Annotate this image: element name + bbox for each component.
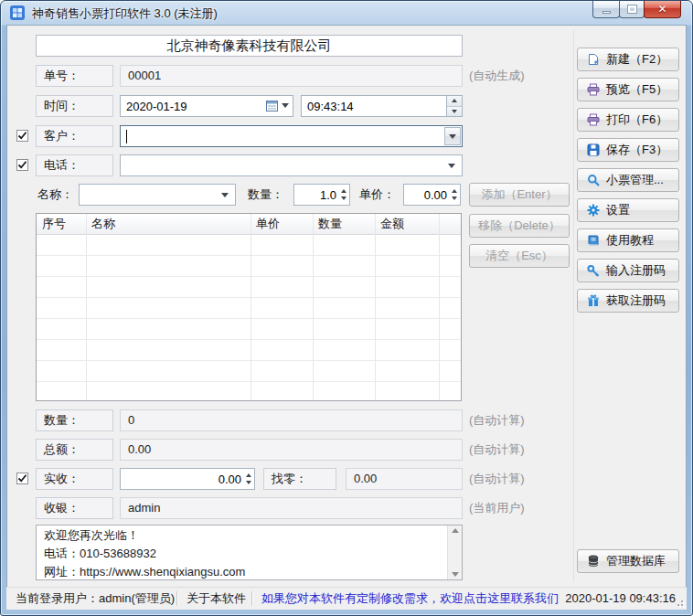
- manage-database-button[interactable]: 管理数据库: [577, 549, 679, 573]
- tutorial-button[interactable]: 使用教程: [577, 228, 679, 252]
- cashier-label: 收银：: [36, 497, 113, 519]
- customer-input[interactable]: [121, 126, 462, 146]
- statusbar-divider: [251, 591, 253, 606]
- clear-items-button[interactable]: 清空（Esc）: [469, 244, 570, 268]
- button-label: 保存（F3）: [606, 142, 667, 158]
- calendar-dropdown-button[interactable]: [266, 100, 289, 112]
- enter-license-button[interactable]: 输入注册码: [577, 259, 679, 282]
- app-icon: [10, 5, 25, 20]
- get-license-button[interactable]: 获取注册码: [577, 289, 679, 313]
- resize-grip[interactable]: [674, 597, 685, 608]
- change-label: 找零：: [263, 468, 336, 490]
- status-bar: 当前登录用户：admin(管理员) 关于本软件 如果您对本软件有定制修改需求，欢…: [6, 587, 687, 610]
- change-value: 0.00: [346, 468, 463, 490]
- spinner-up-icon[interactable]: [246, 473, 251, 477]
- minimize-icon: [602, 11, 611, 14]
- customer-combobox: [120, 125, 463, 147]
- order-no-label: 单号：: [36, 65, 113, 87]
- spinner-down-icon[interactable]: [246, 481, 251, 484]
- button-label: 管理数据库: [606, 553, 666, 569]
- new-document-icon: [587, 53, 600, 66]
- time-input[interactable]: [302, 96, 462, 116]
- receipt-table-body[interactable]: [37, 235, 461, 400]
- sidebar-divider: [573, 30, 574, 582]
- new-receipt-button[interactable]: 新建（F2）: [577, 48, 679, 71]
- item-name-combobox: [79, 184, 236, 206]
- spinner-down-icon[interactable]: [452, 196, 457, 200]
- company-name-field[interactable]: 北京神奇像素科技有限公司: [36, 35, 463, 57]
- button-label: 小票管理...: [606, 172, 664, 188]
- phone-input[interactable]: [121, 155, 462, 175]
- time-label: 时间：: [36, 95, 113, 117]
- table-column-divider: [251, 214, 251, 400]
- column-header-amount: 金额: [375, 214, 439, 235]
- phone-combobox: [120, 154, 463, 176]
- preview-button[interactable]: 预览（F5）: [577, 78, 679, 101]
- receipt-footer-memo[interactable]: 欢迎您再次光临！ 电话：010-53688932 网址：https://www.…: [36, 525, 463, 580]
- printer-icon: [587, 113, 600, 126]
- column-header-name: 名称: [86, 214, 251, 235]
- spinner-down-icon[interactable]: [341, 196, 346, 200]
- total-amount-value: 0.00: [120, 439, 463, 461]
- total-qty-note: (自动计算): [469, 409, 525, 431]
- paid-stepper: [120, 468, 255, 490]
- paid-checkbox[interactable]: [16, 473, 28, 484]
- quantity-stepper: [293, 184, 350, 206]
- book-icon: [587, 234, 600, 247]
- price-stepper: [403, 184, 461, 206]
- paid-spinner: [246, 469, 251, 489]
- print-button[interactable]: 打印（F6）: [577, 108, 679, 132]
- remove-item-button[interactable]: 移除（Delete）: [469, 214, 570, 238]
- button-label: 设置: [606, 202, 630, 218]
- calendar-icon: [266, 100, 278, 112]
- gift-icon: [587, 294, 600, 307]
- key-icon: [587, 264, 600, 277]
- total-qty-label: 数量：: [36, 409, 113, 431]
- table-column-divider: [439, 214, 440, 400]
- spinner-up-button[interactable]: [447, 96, 462, 107]
- receipt-manager-button[interactable]: 小票管理...: [577, 168, 679, 192]
- table-header: 序号 名称 单价 数量 金额: [37, 214, 461, 235]
- save-button[interactable]: 保存（F3）: [577, 138, 679, 162]
- phone-checkbox[interactable]: [16, 159, 28, 171]
- receipt-items-table: 序号 名称 单价 数量 金额: [36, 213, 462, 401]
- spinner-up-icon[interactable]: [341, 189, 346, 193]
- spinner-up-icon[interactable]: [452, 189, 457, 193]
- item-qty-label: 数量：: [248, 184, 283, 206]
- search-icon: [587, 174, 600, 186]
- item-name-input[interactable]: [80, 185, 235, 205]
- button-label: 使用教程: [606, 232, 654, 249]
- spinner-down-button[interactable]: [447, 107, 462, 117]
- print-preview-icon: [587, 83, 600, 96]
- chevron-down-icon: [449, 134, 456, 139]
- chevron-down-icon: [282, 103, 289, 108]
- total-qty-value: 0: [120, 409, 463, 431]
- item-price-label: 单价：: [359, 184, 395, 206]
- cashier-value: admin: [120, 497, 463, 519]
- customer-dropdown-button[interactable]: [444, 127, 461, 145]
- memo-scrollbar[interactable]: [447, 526, 462, 579]
- settings-button[interactable]: 设置: [577, 198, 679, 222]
- date-picker: [120, 95, 293, 117]
- time-spinner: [446, 96, 462, 116]
- statusbar-divider: [176, 591, 178, 606]
- scroll-up-icon[interactable]: [452, 528, 459, 533]
- button-label: 输入注册码: [606, 262, 666, 279]
- window-controls: ✕: [593, 1, 681, 18]
- minimize-button[interactable]: [592, 1, 620, 18]
- chevron-down-icon[interactable]: [221, 193, 229, 197]
- customer-checkbox[interactable]: [16, 130, 28, 142]
- table-column-divider: [86, 214, 87, 400]
- chevron-down-icon[interactable]: [448, 164, 455, 168]
- contact-us-link[interactable]: 如果您对本软件有定制修改需求，欢迎点击这里联系我们: [261, 588, 559, 610]
- memo-line: 欢迎您再次光临！: [37, 526, 462, 544]
- about-link[interactable]: 关于本软件: [187, 588, 246, 610]
- spinner-up-icon: [452, 99, 457, 102]
- close-button[interactable]: ✕: [644, 1, 681, 18]
- memo-line: 电话：010-53688932: [37, 544, 462, 562]
- maximize-button[interactable]: [619, 1, 645, 18]
- column-header-price: 单价: [251, 214, 313, 235]
- scroll-down-icon[interactable]: [452, 572, 459, 577]
- paid-input[interactable]: [121, 469, 254, 489]
- add-item-button[interactable]: 添加（Enter）: [469, 183, 570, 207]
